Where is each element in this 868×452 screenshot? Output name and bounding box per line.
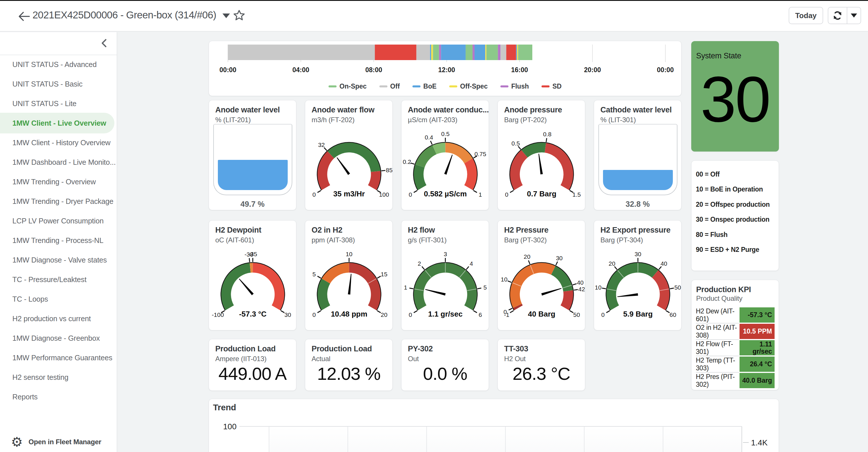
top-bar: 2021EX425D00006 - Green-box (314/#06) To… bbox=[0, 0, 868, 32]
timeline-legend-item-flush[interactable]: Flush bbox=[500, 83, 529, 90]
star-icon bbox=[232, 9, 246, 23]
sidebar-item-label: 1MW Dashboard - Live Monito... bbox=[0, 158, 116, 167]
sidebar-item-label: 1MW Diagnose - Valve states bbox=[0, 256, 107, 264]
sidebar-item-1mw-client-live-overview[interactable]: 1MW Client - Live Overview bbox=[0, 113, 117, 133]
sidebar-item-label: TC - Loops bbox=[0, 295, 48, 303]
favorite-star-button[interactable] bbox=[232, 9, 246, 23]
legend-label: SD bbox=[552, 83, 562, 90]
system-state-card: System State 30 bbox=[691, 41, 779, 152]
stat-title: PY-302 bbox=[408, 344, 433, 353]
sidebar-item-label: Reports bbox=[0, 393, 38, 401]
sidebar-item-1mw-diagnose-valve-states[interactable]: 1MW Diagnose - Valve states bbox=[0, 250, 117, 270]
production-kpi-rows: H2 Dew (AIT-601)-57.3 °CO2 in H2 (AIT-30… bbox=[691, 307, 779, 389]
header-actions: Today bbox=[789, 7, 861, 24]
trend-chart[interactable]: 1001.4K bbox=[209, 399, 779, 452]
svg-text:1: 1 bbox=[478, 191, 482, 198]
stat-card-tt-303: TT-303 H2 Out 26.3 °C bbox=[498, 339, 585, 391]
svg-text:08:00: 08:00 bbox=[365, 66, 382, 73]
svg-text:16:00: 16:00 bbox=[511, 66, 528, 73]
state-code-line: 00 = Off bbox=[696, 167, 770, 182]
sidebar-item-tc-loops[interactable]: TC - Loops bbox=[0, 289, 117, 309]
tank-card-cathode-water-level: Cathode water level % (LIT-301) 32.8 % bbox=[594, 100, 681, 210]
tank-fill-level bbox=[603, 170, 673, 190]
refresh-button[interactable] bbox=[828, 7, 847, 24]
back-button[interactable] bbox=[18, 10, 30, 23]
sidebar-collapse-button[interactable] bbox=[97, 36, 112, 51]
kpi-row-divider bbox=[696, 356, 739, 356]
gauge-chart[interactable]: 0328510035 m3/Hr bbox=[305, 100, 393, 210]
sidebar-item-label: 1MW Diagnose - Greenbox bbox=[0, 334, 100, 342]
tank-fill-level bbox=[218, 160, 288, 190]
sidebar-item-label: 1MW Trending - Overview bbox=[0, 178, 96, 186]
timeline-legend-item-on-spec[interactable]: On-Spec bbox=[329, 83, 367, 90]
svg-text:1.4K: 1.4K bbox=[751, 438, 768, 447]
state-code-line: 20 = Offspec production bbox=[696, 197, 770, 212]
gauge-chart[interactable]: 01234561.1 gr/sec bbox=[402, 220, 489, 330]
sidebar-item-unit-status-basic[interactable]: UNIT STATUS - Basic bbox=[0, 74, 117, 94]
timeline-legend-item-sd[interactable]: SD bbox=[541, 83, 562, 90]
sidebar-item-1mw-dashboard-live-monito[interactable]: 1MW Dashboard - Live Monito... bbox=[0, 152, 117, 172]
kpi-label: H2 Flow (FT-301) bbox=[696, 340, 739, 355]
sidebar-item-1mw-trending-process-nl[interactable]: 1MW Trending - Process-NL bbox=[0, 231, 117, 250]
gauge-card-anode-water-flow: Anode water flow m3/h (FT-202) 032851003… bbox=[305, 100, 393, 210]
sidebar-item-1mw-diagnose-greenbox[interactable]: 1MW Diagnose - Greenbox bbox=[0, 328, 117, 348]
sidebar-footer-open-fleet-manager[interactable]: ⚙ Open in Fleet Manager bbox=[0, 434, 117, 450]
sidebar-item-unit-status-advanced[interactable]: UNIT STATUS - Advanced bbox=[0, 55, 117, 74]
sidebar-item-lcp-lv-power-consumption[interactable]: LCP LV Power Consumption bbox=[0, 211, 117, 231]
sidebar-item-label: UNIT STATUS - Lite bbox=[0, 99, 76, 108]
svg-text:0.4: 0.4 bbox=[425, 134, 433, 141]
sidebar-item-reports[interactable]: Reports bbox=[0, 387, 117, 406]
sidebar-item-1mw-trending-overview[interactable]: 1MW Trending - Overview bbox=[0, 172, 117, 191]
kpi-value-chip: -57.3 °C bbox=[740, 307, 775, 323]
gauge-card-h2-pressure: H2 Pressure Barg (PT-302) -1010203040425… bbox=[498, 220, 585, 330]
svg-text:20: 20 bbox=[524, 253, 530, 260]
svg-text:0.7 Barg: 0.7 Barg bbox=[527, 189, 556, 198]
sidebar-item-unit-status-lite[interactable]: UNIT STATUS - Lite bbox=[0, 94, 117, 113]
sidebar-item-label: UNIT STATUS - Basic bbox=[0, 80, 83, 88]
title-dropdown-caret-icon[interactable] bbox=[222, 13, 230, 18]
legend-color-mark bbox=[412, 85, 421, 87]
gauge-chart[interactable]: -100-38-3530-57.3 °C bbox=[209, 220, 296, 330]
gauge-chart[interactable]: 0510152010.48 ppm bbox=[305, 220, 393, 330]
sidebar-item-1mw-trending-dryer-package[interactable]: 1MW Trending - Dryer Package bbox=[0, 191, 117, 211]
kpi-label: H2 Dew (AIT-601) bbox=[696, 307, 739, 323]
svg-text:0.5: 0.5 bbox=[441, 130, 450, 137]
svg-text:0.5: 0.5 bbox=[512, 140, 520, 147]
kpi-value-chip: 10.5 PPM bbox=[740, 324, 775, 339]
gauge-chart[interactable]: 01020304050605.9 Barg bbox=[594, 220, 681, 330]
svg-text:15: 15 bbox=[380, 271, 387, 277]
svg-text:4: 4 bbox=[470, 260, 473, 267]
kpi-value-chip: 40.0 Barg bbox=[740, 373, 775, 388]
gauge-chart[interactable]: 00.50.81.50.7 Barg bbox=[498, 100, 585, 210]
sidebar: UNIT STATUS - AdvancedUNIT STATUS - Basi… bbox=[0, 32, 117, 452]
sidebar-item-tc-pressure-leaktest[interactable]: TC - Pressure/Leaktest bbox=[0, 270, 117, 289]
svg-text:0.75: 0.75 bbox=[474, 151, 486, 157]
svg-text:5: 5 bbox=[484, 284, 487, 291]
legend-label: Off bbox=[390, 83, 400, 90]
gauge-card-h2-export-pressure: H2 Export pressure Barg (PT-304) 0102030… bbox=[594, 220, 681, 330]
gauge-chart[interactable]: -1010203040425040 Barg bbox=[498, 220, 585, 330]
kpi-label: H2 Temp (TT-303) bbox=[696, 357, 739, 372]
legend-label: BoE bbox=[423, 83, 437, 90]
stat-subtitle: Ampere (IIT-013) bbox=[215, 355, 267, 363]
today-button[interactable]: Today bbox=[789, 7, 823, 24]
svg-text:40 Barg: 40 Barg bbox=[528, 310, 555, 318]
sidebar-item-1mw-performance-guarantees[interactable]: 1MW Performance Guarantees bbox=[0, 348, 117, 367]
stat-subtitle: Out bbox=[408, 355, 419, 363]
gauge-chart[interactable]: 00.20.40.50.7510.582 µS/cm bbox=[402, 100, 489, 210]
legend-color-mark bbox=[449, 85, 457, 87]
refresh-dropdown-button[interactable] bbox=[847, 7, 861, 24]
sidebar-item-h2-production-vs-current[interactable]: H2 production vs current bbox=[0, 309, 117, 328]
timeline-legend: On-SpecOffBoEOff-SpecFlushSD bbox=[209, 83, 681, 90]
timeline-legend-item-boe[interactable]: BoE bbox=[412, 83, 437, 90]
timeline-chart[interactable]: 00:0004:0008:0012:0016:0020:0000:00 bbox=[209, 41, 681, 83]
svg-text:0: 0 bbox=[312, 311, 316, 318]
legend-label: Flush bbox=[511, 83, 529, 90]
sidebar-item-1mw-client-history-overview[interactable]: 1MW Client - History Overview bbox=[0, 133, 117, 152]
stat-card-production-load: Production Load Actual 12.03 % bbox=[305, 339, 393, 391]
svg-text:30: 30 bbox=[634, 251, 641, 257]
sidebar-item-h2-sensor-testing[interactable]: H2 sensor testing bbox=[0, 367, 117, 387]
timeline-legend-item-off[interactable]: Off bbox=[379, 83, 400, 90]
timeline-legend-item-off-spec[interactable]: Off-Spec bbox=[449, 83, 488, 90]
legend-color-mark bbox=[379, 85, 388, 87]
